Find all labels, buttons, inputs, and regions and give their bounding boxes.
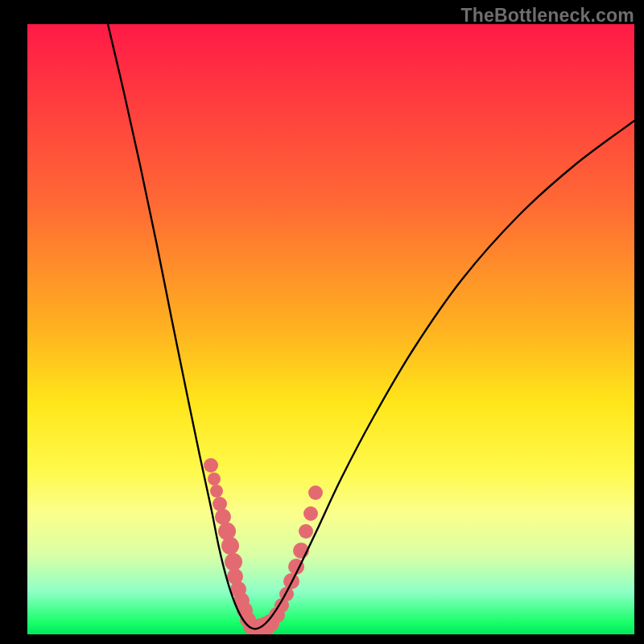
watermark-text: TheBottleneck.com	[460, 5, 634, 27]
bottleneck-curve	[108, 24, 634, 629]
marker-dot	[221, 537, 239, 555]
marker-dot	[208, 473, 221, 485]
marker-dot	[299, 524, 313, 539]
marker-group	[204, 458, 323, 634]
marker-dot	[210, 485, 223, 497]
marker-dot	[303, 506, 318, 521]
chart-svg	[27, 24, 634, 634]
marker-dot	[215, 509, 231, 525]
outer-frame: TheBottleneck.com	[0, 0, 644, 644]
marker-dot	[225, 553, 242, 571]
marker-dot	[204, 458, 218, 473]
plot-area	[27, 24, 634, 634]
marker-dot	[308, 485, 323, 500]
